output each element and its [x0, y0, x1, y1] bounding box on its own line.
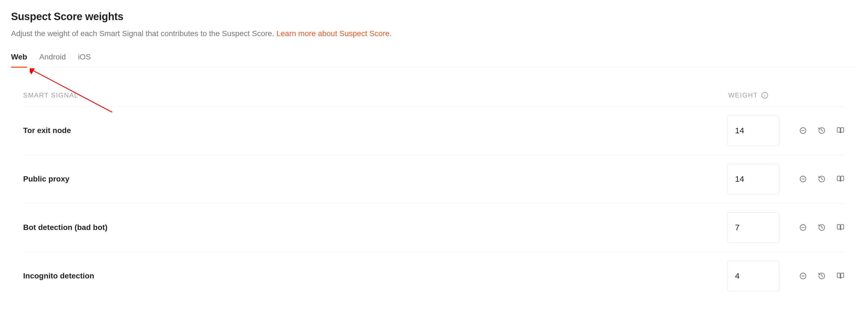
tab-android[interactable]: Android [39, 53, 66, 67]
docs-icon[interactable] [836, 175, 845, 183]
signal-label: Tor exit node [23, 126, 727, 135]
history-icon[interactable] [817, 272, 826, 280]
weight-input[interactable] [727, 212, 779, 243]
signal-row: Public proxy [23, 155, 845, 203]
signal-label: Public proxy [23, 175, 727, 183]
weight-input[interactable] [727, 164, 779, 194]
docs-icon[interactable] [836, 223, 845, 232]
signal-row: Incognito detection [23, 252, 845, 300]
column-header-signal: Smart Signal [23, 91, 79, 99]
history-icon[interactable] [817, 126, 826, 135]
subtitle-suffix: . [390, 29, 392, 38]
history-icon[interactable] [817, 223, 826, 232]
page-title: Suspect Score weights [11, 10, 857, 23]
signal-label: Incognito detection [23, 272, 727, 280]
tab-web[interactable]: Web [11, 53, 27, 67]
weight-input[interactable] [727, 115, 779, 146]
docs-icon[interactable] [836, 272, 845, 280]
column-header-weight: Weight [728, 91, 758, 99]
disable-icon[interactable] [799, 175, 807, 183]
panel-header: Smart Signal Weight [23, 91, 845, 106]
subtitle-text: Adjust the weight of each Smart Signal t… [11, 29, 276, 38]
disable-icon[interactable] [799, 223, 807, 232]
weights-panel: Smart Signal Weight Tor exit node [11, 81, 857, 309]
signal-row: Tor exit node [23, 106, 845, 155]
tab-ios[interactable]: iOS [78, 53, 91, 67]
info-icon[interactable] [761, 92, 768, 99]
signal-row: Bot detection (bad bot) [23, 203, 845, 252]
disable-icon[interactable] [799, 272, 807, 280]
page-subtitle: Adjust the weight of each Smart Signal t… [11, 28, 857, 39]
disable-icon[interactable] [799, 126, 807, 135]
history-icon[interactable] [817, 175, 826, 183]
docs-icon[interactable] [836, 126, 845, 135]
learn-more-link[interactable]: Learn more about Suspect Score [276, 29, 390, 38]
tabs: Web Android iOS [11, 53, 857, 68]
weight-input[interactable] [727, 261, 779, 291]
signal-label: Bot detection (bad bot) [23, 223, 727, 232]
